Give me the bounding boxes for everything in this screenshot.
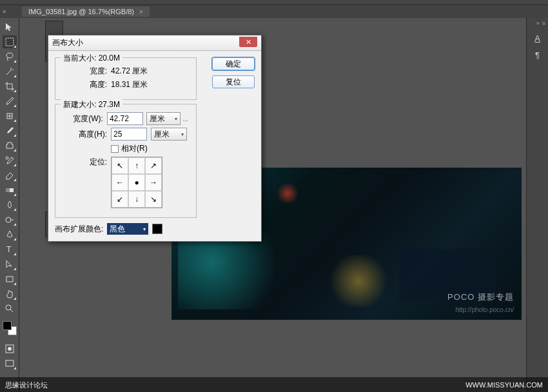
chevron-down-icon: ▾ (143, 226, 146, 232)
clone-stamp-tool[interactable] (3, 139, 17, 152)
dialog-title: 画布大小 (52, 37, 83, 48)
type-tool[interactable]: T (3, 243, 17, 256)
foreground-color-swatch[interactable] (3, 321, 12, 330)
anchor-label: 定位: (61, 157, 111, 168)
page-footer: 思缘设计论坛 WWW.MISSYUAN.COM (0, 377, 548, 392)
eraser-tool[interactable] (3, 169, 17, 182)
path-selection-tool[interactable] (3, 258, 17, 271)
dialog-titlebar[interactable]: 画布大小 ✕ (48, 35, 261, 51)
anchor-se[interactable]: ↘ (145, 191, 162, 208)
menu-bar (0, 0, 548, 5)
pen-tool[interactable] (3, 228, 17, 241)
svg-point-3 (6, 157, 8, 159)
ok-button[interactable]: 确定 (212, 57, 255, 70)
tools-panel: T (0, 18, 19, 392)
screen-mode-tool[interactable] (3, 357, 17, 370)
anchor-s[interactable]: ↓ (128, 191, 145, 208)
width-input[interactable] (107, 112, 143, 125)
svg-text:T: T (6, 245, 12, 254)
eyedropper-tool[interactable] (3, 95, 17, 108)
healing-brush-tool[interactable] (3, 110, 17, 122)
document-tab[interactable]: IMG_03581.jpg @ 16.7%(RGB/8) × (22, 6, 150, 17)
watermark-brand: POCO 摄影专题 (447, 291, 514, 303)
extension-color-swatch[interactable] (152, 224, 162, 234)
marquee-tool[interactable] (3, 35, 17, 48)
watermark-url: http://photo.poco.cn/ (455, 306, 514, 313)
blur-tool[interactable] (3, 199, 17, 211)
brush-tool[interactable] (3, 124, 17, 137)
lasso-tool[interactable] (3, 50, 17, 63)
color-swatches[interactable] (3, 321, 17, 335)
svg-rect-8 (6, 277, 13, 282)
new-height-label: 高度(H): (61, 129, 111, 140)
current-size-value: 20.0M (99, 54, 120, 63)
magic-wand-tool[interactable] (3, 65, 17, 78)
current-height-label: 高度: (61, 79, 111, 90)
anchor-center[interactable]: ● (128, 174, 145, 191)
svg-point-9 (6, 305, 11, 310)
height-unit-select[interactable]: 厘米▾ (151, 128, 187, 141)
footer-left: 思缘设计论坛 (5, 380, 48, 390)
shape-tool[interactable] (3, 273, 17, 286)
current-size-label: 当前大小: (63, 54, 96, 63)
paragraph-panel-icon[interactable]: ¶ (529, 48, 546, 62)
anchor-nw[interactable]: ↖ (112, 157, 128, 174)
extension-color-select[interactable]: 黑色▾ (107, 223, 148, 235)
anchor-w[interactable]: ← (112, 174, 128, 191)
hand-tool[interactable] (3, 288, 17, 300)
relative-checkbox[interactable]: 相对(R) (111, 143, 148, 154)
height-input[interactable] (111, 128, 147, 141)
chevron-down-icon: ▾ (175, 116, 177, 122)
right-panel-dock: »≡ A ¶ (526, 18, 548, 392)
reset-button[interactable]: 复位 (212, 75, 255, 88)
svg-rect-5 (6, 188, 10, 192)
svg-rect-0 (6, 38, 14, 46)
expand-panels-icon[interactable]: » (3, 8, 6, 15)
dodge-tool[interactable] (3, 213, 17, 226)
chevron-down-icon: ▾ (181, 132, 184, 137)
canvas-area: ▦ POCO 摄影专题 http://photo.poco.cn/ 画布大小 ✕… (19, 18, 526, 392)
link-icon: ⎵ (183, 114, 188, 123)
gradient-tool[interactable] (3, 184, 17, 197)
anchor-sw[interactable]: ↙ (112, 191, 128, 208)
menu-icon[interactable]: ≡ (542, 20, 545, 26)
current-height-value: 18.31 厘米 (111, 79, 148, 90)
anchor-grid[interactable]: ↖ ↑ ↗ ← ● → ↙ ↓ ↘ (111, 157, 162, 208)
footer-right: WWW.MISSYUAN.COM (465, 381, 543, 389)
dialog-close-button[interactable]: ✕ (239, 37, 257, 47)
canvas-size-dialog: 画布大小 ✕ 确定 复位 当前大小: 20.0M 宽度:42.72 厘米 高度:… (48, 35, 262, 242)
svg-rect-12 (6, 360, 14, 366)
zoom-tool[interactable] (3, 302, 17, 315)
collapse-icon[interactable]: » (536, 20, 540, 26)
document-tab-bar: » IMG_03581.jpg @ 16.7%(RGB/8) × (0, 5, 548, 18)
move-tool[interactable] (3, 21, 17, 34)
svg-point-11 (8, 347, 12, 351)
character-panel-icon[interactable]: A (529, 31, 546, 45)
current-width-value: 42.72 厘米 (111, 66, 148, 77)
history-brush-tool[interactable] (3, 154, 17, 167)
anchor-ne[interactable]: ↗ (145, 157, 162, 174)
new-width-label: 宽度(W): (61, 113, 107, 124)
quick-mask-tool[interactable] (3, 342, 17, 355)
new-size-value: 27.3M (99, 100, 120, 109)
close-tab-icon[interactable]: × (139, 8, 143, 15)
width-unit-select[interactable]: 厘米▾ (146, 112, 180, 125)
current-width-label: 宽度: (61, 66, 111, 77)
document-tab-title: IMG_03581.jpg @ 16.7%(RGB/8) (28, 8, 134, 15)
anchor-e[interactable]: → (145, 174, 162, 191)
extension-color-label: 画布扩展颜色: (55, 224, 103, 235)
crop-tool[interactable] (3, 80, 17, 93)
close-icon: ✕ (246, 38, 251, 46)
svg-point-1 (6, 53, 13, 58)
new-size-label: 新建大小: (63, 100, 96, 109)
svg-point-6 (6, 217, 11, 222)
anchor-n[interactable]: ↑ (128, 157, 145, 174)
